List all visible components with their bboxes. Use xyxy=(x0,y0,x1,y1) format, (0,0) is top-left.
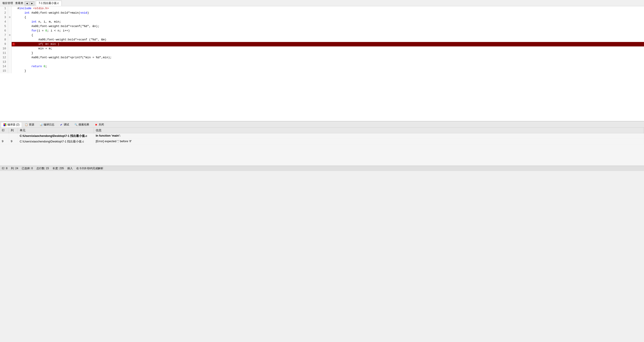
code-line: 14 return 0; xyxy=(0,64,644,69)
error-message: In function 'main': xyxy=(94,133,644,139)
bottom-tab-close[interactable]: ✖关闭 xyxy=(92,122,106,128)
fold-gutter xyxy=(8,69,12,73)
fold-gutter[interactable]: ⊟ xyxy=(8,15,12,20)
error-table: 行 列 单元 信息 C:\Users\xiaochendong\Desktop\… xyxy=(0,128,644,166)
error-gutter xyxy=(12,64,16,69)
line-content[interactable]: { xyxy=(16,33,33,37)
next-tab-button[interactable]: ► xyxy=(30,1,34,5)
line-content[interactable]: return 0; xyxy=(16,64,47,69)
bottom-tab-debug[interactable]: ✔调试 xyxy=(57,122,72,128)
status-insert-mode: 插入 xyxy=(67,167,73,170)
error-gutter xyxy=(12,46,16,51)
fold-gutter xyxy=(8,55,12,60)
error-table-header: 行 列 单元 信息 xyxy=(0,128,644,133)
bottom-panel: 编译器 (2)📋资源📊编译日志✔调试🔍搜索结果✖关闭 行 列 单元 信息 C:\… xyxy=(0,121,644,166)
line-content[interactable]: int #a00;font-weight:bold">main(void) xyxy=(16,11,89,15)
line-number: 6 xyxy=(0,28,8,33)
tab-nav-group: 项目管理 查看类 ◄ ► xyxy=(0,1,36,5)
code-line: 10 min = m; xyxy=(0,46,644,51)
code-line: 3⊟ { xyxy=(0,15,644,20)
code-container[interactable]: 1#include <stdio.h>2 int #a00;font-weigh… xyxy=(0,6,644,121)
error-col-number xyxy=(9,133,18,139)
main-area: 1#include <stdio.h>2 int #a00;font-weigh… xyxy=(0,6,644,121)
grid-icon xyxy=(3,123,6,126)
tab-bar: 项目管理 查看类 ◄ ► 7-1 找出最小值.c xyxy=(0,0,644,6)
bottom-tab-resources[interactable]: 📋资源 xyxy=(22,122,37,128)
error-gutter xyxy=(12,55,16,60)
fold-gutter xyxy=(8,20,12,24)
search-icon: 🔍 xyxy=(74,123,78,126)
line-content[interactable]: #a00;font-weight:bold">scanf ("%d", &m) xyxy=(16,37,106,42)
active-tab[interactable]: 7-1 找出最小值.c xyxy=(36,1,62,6)
code-line: 4 int n, i, m, min; xyxy=(0,20,644,24)
line-number: 8 xyxy=(0,37,8,42)
line-number: 13 xyxy=(0,60,8,64)
fold-gutter[interactable]: ⊟ xyxy=(8,33,12,37)
nav-item-project[interactable]: 项目管理 xyxy=(1,1,14,5)
error-gutter xyxy=(12,28,16,33)
line-content[interactable]: #a00;font-weight:bold">printf("min = %d"… xyxy=(16,55,112,60)
fold-gutter xyxy=(8,51,12,55)
line-content[interactable]: } xyxy=(16,69,26,73)
error-table-row[interactable]: 99C:\Users\xiaochendong\Desktop\7-1 找出最小… xyxy=(0,139,644,145)
line-number: 14 xyxy=(0,64,8,69)
fold-gutter xyxy=(8,6,12,11)
bottom-tab-compiler[interactable]: 编译器 (2) xyxy=(1,122,22,128)
status-total-lines: 总行数: 15 xyxy=(36,167,49,170)
error-icon: ✕ xyxy=(12,43,15,46)
line-number: 4 xyxy=(0,20,8,24)
status-row: 行: 8 xyxy=(2,167,8,170)
line-content[interactable]: } xyxy=(16,51,33,55)
code-line: 12 #a00;font-weight:bold">printf("min = … xyxy=(0,55,644,60)
bottom-tab-label-search: 搜索结果 xyxy=(78,123,89,127)
error-gutter: ✕ xyxy=(12,42,16,46)
code-line: 8 #a00;font-weight:bold">scanf ("%d", &m… xyxy=(0,37,644,42)
line-content[interactable]: #a00;font-weight:bold">scanf("%d", &n); xyxy=(16,24,100,28)
line-number: 7 xyxy=(0,33,8,37)
error-gutter xyxy=(12,60,16,64)
line-content[interactable]: if( m< min ) xyxy=(16,42,59,46)
line-content[interactable]: #include <stdio.h> xyxy=(16,6,49,11)
fold-gutter xyxy=(8,37,12,42)
line-content[interactable]: min = m; xyxy=(16,46,52,51)
code-line: 13 xyxy=(0,60,644,64)
bottom-tab-search[interactable]: 🔍搜索结果 xyxy=(72,122,92,128)
bottom-tab-label-close: 关闭 xyxy=(98,123,104,127)
fold-gutter xyxy=(8,64,12,69)
line-number: 1 xyxy=(0,6,8,11)
line-content[interactable]: { xyxy=(16,15,26,20)
error-table-row[interactable]: C:\Users\xiaochendong\Desktop\7-1 找出最小值.… xyxy=(0,133,644,139)
bottom-tab-build-log[interactable]: 📊编译日志 xyxy=(37,122,57,128)
error-gutter xyxy=(12,11,16,15)
bottom-tabs: 编译器 (2)📋资源📊编译日志✔调试🔍搜索结果✖关闭 xyxy=(0,121,644,128)
status-bar: 行: 8 列: 24 已选择: 0 总行数: 15 长度: 235 插入 在 0… xyxy=(0,166,644,171)
close-red-icon: ✖ xyxy=(94,123,98,126)
line-content[interactable]: int n, i, m, min; xyxy=(16,20,61,24)
status-col: 列: 24 xyxy=(11,167,18,170)
bottom-tab-label-build-log: 编译日志 xyxy=(44,123,54,127)
line-content[interactable] xyxy=(16,60,18,64)
error-gutter xyxy=(12,6,16,11)
line-content[interactable]: for(i = 0; i < n; i++) xyxy=(16,28,70,33)
status-selected: 已选择: 0 xyxy=(22,167,33,170)
error-row-number xyxy=(0,133,9,139)
error-unit: C:\Users\xiaochendong\Desktop\7-1 找出最小值.… xyxy=(18,139,94,144)
bottom-tab-label-resources: 资源 xyxy=(29,123,34,127)
line-number: 3 xyxy=(0,15,8,20)
status-parse-time: 在 0.016 秒内完成解析 xyxy=(76,167,103,170)
pages-icon: 📋 xyxy=(25,123,28,126)
nav-item-class[interactable]: 查看类 xyxy=(14,1,24,5)
prev-tab-button[interactable]: ◄ xyxy=(24,1,29,5)
error-gutter xyxy=(12,33,16,37)
header-row: 行 xyxy=(0,128,9,133)
error-col-number: 9 xyxy=(9,139,18,144)
error-row-number: 9 xyxy=(0,139,9,144)
code-line: 2 int #a00;font-weight:bold">main(void) xyxy=(0,11,644,15)
bottom-tab-label-compiler: 编译器 (2) xyxy=(8,123,20,127)
bar-chart-icon: 📊 xyxy=(40,123,43,126)
fold-gutter xyxy=(8,24,12,28)
error-gutter xyxy=(12,24,16,28)
code-line: 1#include <stdio.h> xyxy=(0,6,644,11)
error-rows: C:\Users\xiaochendong\Desktop\7-1 找出最小值.… xyxy=(0,133,644,145)
line-number: 10 xyxy=(0,46,8,51)
